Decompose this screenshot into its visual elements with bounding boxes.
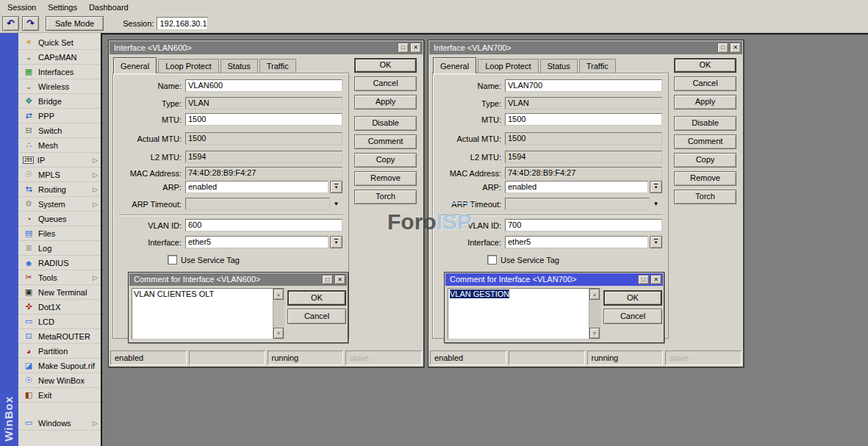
comment-ok-button[interactable]: OK: [287, 290, 346, 306]
sidebar-item-wireless[interactable]: ◒Wireless: [18, 79, 101, 94]
comment-button[interactable]: Comment: [674, 134, 736, 149]
tab-status[interactable]: Status: [220, 59, 258, 73]
sidebar-item-tools[interactable]: ✂Tools▷: [18, 270, 101, 285]
cancel-button[interactable]: Cancel: [354, 76, 417, 91]
dropdown-button[interactable]: ▼: [650, 236, 662, 248]
sidebar-item-lcd[interactable]: ▭LCD: [18, 314, 101, 329]
sidebar-item-ppp[interactable]: ⇄PPP: [18, 109, 101, 123]
tab-loop-protect[interactable]: Loop Protect: [478, 59, 538, 73]
comment-ok-button[interactable]: OK: [603, 290, 662, 306]
maximize-icon[interactable]: □: [717, 43, 728, 53]
copy-button[interactable]: Copy: [354, 153, 417, 168]
sidebar-item-metarouter[interactable]: ⊡MetaROUTER: [18, 329, 101, 344]
mtu-field[interactable]: 1500: [505, 113, 662, 126]
comment-button[interactable]: Comment: [354, 134, 417, 149]
comment-title-bar[interactable]: Comment for Interface <VLAN700>□✕: [445, 273, 663, 286]
tab-general[interactable]: General: [433, 57, 476, 73]
vlan-id-field[interactable]: 700: [505, 219, 662, 231]
use-service-tag-checkbox[interactable]: [487, 255, 497, 265]
close-icon[interactable]: ✕: [730, 43, 741, 53]
sidebar-item-radius[interactable]: ☻RADIUS: [18, 256, 101, 270]
arp-field[interactable]: enabled: [185, 181, 329, 193]
name-field[interactable]: VLAN600: [185, 79, 342, 92]
menu-session[interactable]: Session: [4, 1, 43, 14]
scroll-up-icon[interactable]: ▲: [273, 289, 284, 300]
menu-dashboard[interactable]: Dashboard: [86, 1, 136, 14]
sidebar-item-switch[interactable]: ⊟Switch: [18, 123, 101, 138]
sidebar-item-files[interactable]: ▤Files: [18, 226, 101, 241]
vertical-scrollbar[interactable]: ▲▼: [273, 289, 284, 339]
vertical-scrollbar[interactable]: ▲▼: [589, 289, 600, 339]
comment-title-bar[interactable]: Comment for Interface <VLAN600>□✕: [129, 273, 347, 286]
sidebar-item-log[interactable]: ≣Log: [18, 241, 101, 256]
menu-settings[interactable]: Settings: [45, 1, 85, 14]
tab-traffic[interactable]: Traffic: [579, 59, 616, 73]
sidebar-item-bridge[interactable]: ✥Bridge: [18, 94, 101, 109]
dropdown-arrow-icon[interactable]: ▼: [330, 201, 342, 207]
disable-button[interactable]: Disable: [354, 116, 417, 131]
sidebar-item-capsman[interactable]: ◒CAPsMAN: [18, 50, 101, 65]
ok-button[interactable]: OK: [354, 58, 417, 73]
comment-cancel-button[interactable]: Cancel: [603, 309, 662, 324]
apply-button[interactable]: Apply: [674, 95, 736, 109]
name-field[interactable]: VLAN700: [505, 79, 662, 92]
tab-traffic[interactable]: Traffic: [259, 59, 296, 73]
scroll-up-icon[interactable]: ▲: [589, 289, 600, 300]
vlan-id-field[interactable]: 600: [185, 219, 342, 231]
sidebar-item-new-winbox[interactable]: ☉New WinBox: [18, 373, 101, 388]
close-icon[interactable]: ✕: [410, 43, 421, 53]
use-service-tag-checkbox[interactable]: [168, 255, 177, 265]
sidebar-item-make-supout-rif[interactable]: ◪Make Supout.rif: [18, 359, 101, 373]
sidebar-item-mesh[interactable]: ∴Mesh: [18, 138, 101, 153]
ok-button[interactable]: OK: [674, 58, 736, 73]
sidebar-item-dot1x[interactable]: ✜Dot1X: [18, 300, 101, 314]
dropdown-button[interactable]: ▼: [650, 181, 662, 193]
sidebar-item-partition[interactable]: ◕Partition: [18, 344, 101, 359]
sidebar-item-interfaces[interactable]: ▦Interfaces: [18, 65, 101, 79]
comment-textarea[interactable]: VLAN CLIENTES OLT▲▼: [132, 288, 284, 339]
sidebar-item-new-terminal[interactable]: ▣New Terminal: [18, 285, 101, 300]
scroll-down-icon[interactable]: ▼: [589, 328, 600, 339]
tab-loop-protect[interactable]: Loop Protect: [158, 59, 218, 73]
remove-button[interactable]: Remove: [354, 171, 417, 186]
sidebar-item-exit[interactable]: ◧Exit: [18, 388, 101, 403]
remove-button[interactable]: Remove: [674, 171, 736, 186]
arp-field[interactable]: enabled: [505, 181, 648, 193]
tab-general[interactable]: General: [113, 57, 157, 73]
maximize-icon[interactable]: □: [398, 43, 409, 53]
close-icon[interactable]: ✕: [334, 275, 345, 284]
comment-textarea[interactable]: VLAN GESTION▲▼: [448, 288, 600, 339]
apply-button[interactable]: Apply: [354, 95, 417, 109]
undo-button[interactable]: ↶: [2, 16, 19, 31]
sidebar-item-routing[interactable]: ⇆Routing▷: [18, 182, 101, 197]
disable-button[interactable]: Disable: [674, 116, 736, 131]
interface-field[interactable]: ether5: [505, 236, 648, 248]
session-input[interactable]: 192.168.30.1: [157, 17, 208, 30]
sidebar-item-system[interactable]: ⚙System▷: [18, 197, 101, 212]
tab-status[interactable]: Status: [540, 59, 578, 73]
sidebar-item-mpls[interactable]: ☉MPLS▷: [18, 168, 101, 182]
capsman-icon: ◒: [23, 53, 35, 62]
safe-mode-button[interactable]: Safe Mode: [46, 16, 104, 31]
dropdown-arrow-icon[interactable]: ▼: [650, 201, 662, 207]
sidebar-item-quick-set[interactable]: ✶Quick Set: [18, 35, 101, 50]
scroll-down-icon[interactable]: ▼: [273, 328, 284, 339]
torch-button[interactable]: Torch: [674, 190, 736, 204]
maximize-icon[interactable]: □: [322, 275, 333, 284]
copy-button[interactable]: Copy: [674, 153, 736, 168]
dialog-title-bar[interactable]: Interface <VLAN600>□✕: [110, 41, 423, 54]
comment-cancel-button[interactable]: Cancel: [287, 309, 346, 324]
maximize-icon[interactable]: □: [638, 275, 649, 284]
dropdown-button[interactable]: ▼: [330, 181, 342, 193]
sidebar-item-queues[interactable]: ◔Queues: [18, 212, 101, 226]
sidebar-item-ip[interactable]: 255IP▷: [18, 153, 101, 168]
redo-button[interactable]: ↷: [22, 16, 39, 31]
interface-field[interactable]: ether5: [185, 236, 329, 248]
dialog-title-bar[interactable]: Interface <VLAN700>□✕: [429, 41, 742, 54]
mtu-field[interactable]: 1500: [185, 113, 342, 126]
close-icon[interactable]: ✕: [650, 275, 661, 284]
cancel-button[interactable]: Cancel: [674, 76, 736, 91]
sidebar-item-windows[interactable]: ▭Windows▷: [18, 416, 101, 431]
dropdown-button[interactable]: ▼: [330, 236, 342, 248]
torch-button[interactable]: Torch: [354, 190, 417, 204]
